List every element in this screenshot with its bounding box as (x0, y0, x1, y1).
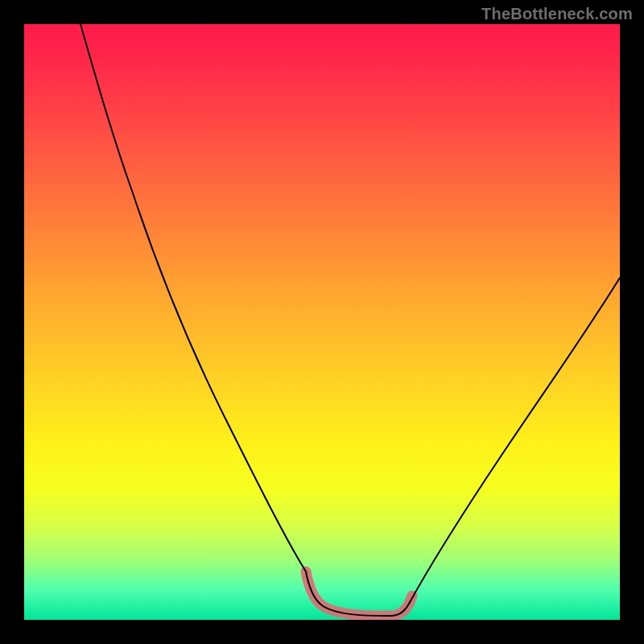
curve-highlight (306, 572, 412, 616)
chart-svg (24, 24, 620, 620)
plot-area (24, 24, 620, 620)
watermark-text: TheBottleneck.com (481, 5, 633, 23)
bottleneck-curve (80, 24, 620, 616)
chart-frame: TheBottleneck.com (0, 0, 644, 644)
